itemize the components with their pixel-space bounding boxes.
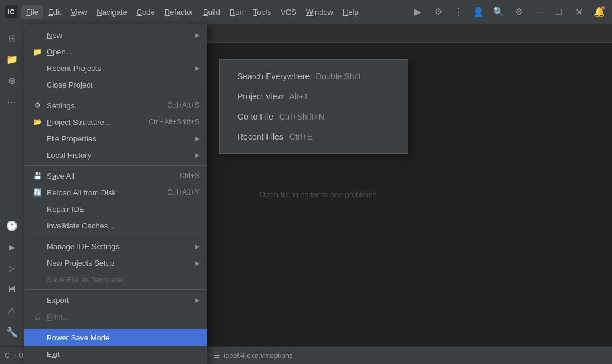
account-icon[interactable]: 👤	[470, 4, 487, 20]
menu-project-structure[interactable]: 📂 Project Structure... Ctrl+Alt+Shift+S	[24, 114, 207, 130]
run-icon[interactable]: ▶	[410, 4, 426, 20]
menu-run[interactable]: Run	[225, 5, 249, 19]
title-bar-actions: ▶ ⚙ ⋮ 👤 🔍 ⚙ — □ ✕ 🔔	[410, 4, 607, 20]
sidebar-icon-terminal[interactable]: 🖥	[2, 280, 21, 299]
menu-view[interactable]: View	[66, 5, 92, 19]
notification-dot	[601, 6, 605, 9]
menu-repair-ide[interactable]: Repair IDE	[24, 201, 207, 217]
project-icon: 📂	[31, 118, 43, 126]
open-icon: 📁	[31, 47, 43, 56]
sidebar-icon-more[interactable]: ⋯	[2, 92, 21, 111]
title-bar: IC File Edit View Navigate Code Refactor…	[0, 0, 612, 24]
menu-build[interactable]: Build	[198, 5, 225, 19]
chevron-icon-7: ›	[210, 352, 211, 359]
arrow-icon: ▶	[195, 31, 199, 39]
menu-export[interactable]: Export ▶	[24, 292, 207, 308]
separator-2	[24, 165, 207, 166]
menu-tools[interactable]: Tools	[249, 5, 276, 19]
hint-overlay: Search Everywhere Double Shift Project V…	[219, 59, 408, 154]
sidebar-icon-add[interactable]: ⊕	[2, 71, 21, 90]
sidebar-icon-grid[interactable]: ⊞	[2, 28, 21, 47]
status-file[interactable]: ☰ idea64.exe.vmoptions	[214, 352, 293, 360]
separator-4	[24, 289, 207, 290]
menu-save-template: Save File as Template...	[24, 271, 207, 288]
left-sidebar: ⊞ 📁 ⊕ ⋯ 🕐 ▶ ▷ 🖥 ⚠ 🔧	[0, 24, 24, 346]
maximize-button[interactable]: □	[550, 4, 567, 20]
menu-invalidate-caches[interactable]: Invalidate Caches...	[24, 217, 207, 234]
menu-bar: File Edit View Navigate Code Refactor Bu…	[21, 5, 406, 19]
separator-5	[24, 327, 207, 327]
arrow-icon: ▶	[195, 65, 199, 72]
menu-navigate[interactable]: Navigate	[92, 5, 131, 19]
menu-vcs[interactable]: VCS	[276, 5, 301, 19]
menu-manage-ide[interactable]: Manage IDE Settings ▶	[24, 238, 207, 255]
file-dropdown-menu: New ▶ 📁 Open... Recent Projects ▶ Close …	[24, 24, 207, 364]
print-icon: 🖨	[31, 313, 43, 321]
menu-reload[interactable]: 🔄 Reload All from Disk Ctrl+Alt+Y	[24, 184, 207, 201]
menu-edit[interactable]: Edit	[43, 5, 66, 19]
file-list-icon: ☰	[214, 352, 220, 360]
menu-new[interactable]: New ▶	[24, 27, 207, 43]
sidebar-icon-warning[interactable]: ⚠	[2, 301, 21, 320]
minimize-button[interactable]: —	[530, 4, 547, 20]
separator-1	[24, 95, 207, 95]
menu-settings[interactable]: ⚙ Settings... Ctrl+Alt+S	[24, 97, 207, 114]
menu-save-all[interactable]: 💾 Save All Ctrl+S	[24, 167, 207, 184]
drive-label: C:	[5, 352, 12, 360]
close-button[interactable]: ✕	[571, 4, 587, 20]
menu-print: 🖨 Print...	[24, 308, 207, 325]
menu-new-projects-setup[interactable]: New Projects Setup ▶	[24, 255, 207, 271]
search-icon[interactable]: 🔍	[490, 4, 507, 20]
file-name-label: idea64.exe.vmoptions	[224, 352, 293, 360]
arrow-icon: ▶	[195, 135, 199, 143]
menu-power-save-mode[interactable]: Power Save Mode	[24, 329, 207, 346]
settings-icon[interactable]: ⚙	[510, 4, 527, 20]
arrow-icon: ▶	[195, 243, 199, 250]
menu-refactor[interactable]: Refactor	[160, 5, 198, 19]
menu-file-properties[interactable]: File Properties ▶	[24, 130, 207, 147]
sidebar-icon-tools[interactable]: 🔧	[2, 323, 21, 342]
menu-file[interactable]: File	[21, 5, 43, 19]
menu-close-project[interactable]: Close Project	[24, 76, 207, 93]
chevron-icon-1: ›	[14, 352, 16, 359]
reload-icon: 🔄	[31, 188, 43, 197]
menu-help[interactable]: Help	[338, 5, 363, 19]
status-drive[interactable]: C:	[5, 352, 12, 360]
settings-icon: ⚙	[31, 101, 43, 109]
sidebar-icon-play[interactable]: ▷	[2, 259, 21, 278]
arrow-icon: ▶	[195, 297, 199, 304]
menu-code[interactable]: Code	[132, 5, 160, 19]
separator-3	[24, 236, 207, 236]
hint-project-view: Project View Alt+1	[237, 92, 390, 101]
arrow-icon: ▶	[195, 259, 199, 267]
sidebar-icon-recent[interactable]: 🕐	[2, 216, 21, 235]
save-icon: 💾	[31, 172, 43, 180]
more-icon[interactable]: ⋮	[450, 4, 466, 20]
menu-recent-projects[interactable]: Recent Projects ▶	[24, 60, 207, 76]
sidebar-icon-folder[interactable]: 📁	[2, 50, 21, 69]
menu-open[interactable]: 📁 Open...	[24, 43, 207, 60]
menu-window[interactable]: Window	[301, 5, 338, 19]
debug-icon[interactable]: ⚙	[430, 4, 446, 20]
app-logo: IC	[5, 5, 18, 18]
hint-search-everywhere: Search Everywhere Double Shift	[237, 72, 390, 81]
hint-go-to-file: Go to File Ctrl+Shift+N	[237, 112, 390, 121]
hint-recent-files: Recent Files Ctrl+E	[237, 132, 390, 141]
notifications-icon[interactable]: 🔔	[591, 4, 607, 20]
menu-local-history[interactable]: Local History ▶	[24, 147, 207, 163]
sidebar-icon-run[interactable]: ▶	[2, 237, 21, 256]
menu-exit[interactable]: Exit	[24, 346, 207, 362]
arrow-icon: ▶	[195, 152, 199, 159]
